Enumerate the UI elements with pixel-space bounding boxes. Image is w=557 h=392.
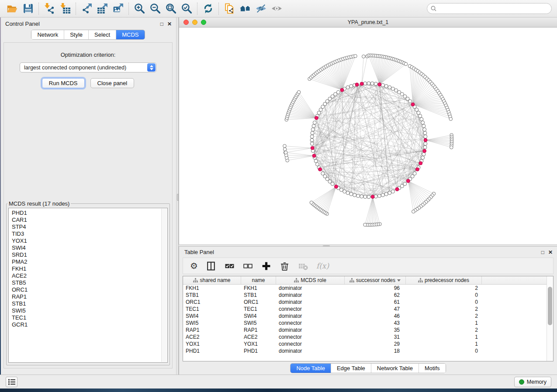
mcds-result-item[interactable]: SRD1 bbox=[12, 251, 167, 258]
network-canvas[interactable] bbox=[179, 28, 557, 244]
save-icon[interactable] bbox=[20, 2, 36, 15]
zoom-in-icon[interactable] bbox=[131, 2, 147, 15]
column-header-shared-name[interactable]: shared name bbox=[183, 276, 241, 284]
column-header-MCDS-role[interactable]: MCDS role bbox=[276, 276, 345, 284]
refresh-icon[interactable] bbox=[200, 2, 216, 15]
column-header-successor-nodes[interactable]: successor nodes bbox=[345, 276, 406, 284]
tab-motifs[interactable]: Motifs bbox=[419, 364, 446, 373]
mcds-result-item[interactable]: STB1 bbox=[12, 300, 167, 307]
delete-column-icon[interactable] bbox=[280, 259, 290, 272]
tab-network-table[interactable]: Network Table bbox=[371, 364, 419, 373]
mcds-result-item[interactable]: STB5 bbox=[12, 279, 167, 286]
open-icon[interactable] bbox=[4, 2, 20, 15]
tab-network[interactable]: Network bbox=[31, 30, 64, 39]
mcds-result-item[interactable]: STP4 bbox=[12, 224, 167, 230]
table-cell: 2 bbox=[406, 306, 482, 313]
add-column-icon[interactable] bbox=[261, 259, 271, 272]
close-window-icon[interactable] bbox=[183, 20, 189, 25]
first-neighbors-icon[interactable] bbox=[237, 2, 253, 15]
table-row[interactable]: TEC1TEC1connector472 bbox=[183, 306, 553, 313]
mcds-result-item[interactable]: SWI4 bbox=[12, 244, 167, 251]
table-cell: dominator bbox=[276, 285, 345, 292]
column-header-name[interactable]: name bbox=[241, 276, 276, 284]
memory-label: Memory bbox=[527, 379, 547, 385]
mcds-result-item[interactable]: YOX1 bbox=[12, 237, 167, 244]
mcds-result-item[interactable]: TID3 bbox=[12, 230, 167, 237]
run-mcds-button[interactable]: Run MCDS bbox=[42, 78, 85, 88]
table-row[interactable]: STB1STB1dominator620 bbox=[183, 292, 553, 299]
float-panel-icon[interactable]: □ bbox=[160, 21, 163, 27]
table-cell: connector bbox=[276, 340, 345, 347]
column-chooser-icon[interactable] bbox=[206, 259, 216, 272]
export-network-icon[interactable] bbox=[79, 2, 94, 15]
mcds-result-item[interactable]: CAR1 bbox=[12, 217, 167, 224]
horizontal-splitter[interactable] bbox=[179, 244, 557, 247]
minimize-window-icon[interactable] bbox=[192, 20, 197, 25]
export-table-icon[interactable] bbox=[94, 2, 110, 15]
mcds-result-item[interactable]: RAP1 bbox=[12, 293, 167, 300]
mcds-result-item[interactable]: TEC1 bbox=[12, 314, 167, 321]
optimization-criterion-label: Optimization criterion: bbox=[4, 52, 172, 58]
tab-style[interactable]: Style bbox=[64, 30, 88, 39]
select-all-icon[interactable] bbox=[225, 259, 235, 272]
table-row[interactable]: ORC1ORC1dominator610 bbox=[183, 299, 553, 306]
zoom-out-icon[interactable] bbox=[147, 2, 163, 15]
tab-node-table[interactable]: Node Table bbox=[291, 364, 331, 373]
mcds-scrollbar[interactable] bbox=[161, 209, 167, 362]
table-row[interactable]: PHD1PHD1dominator180 bbox=[183, 347, 553, 354]
mcds-result-item[interactable]: PMA2 bbox=[12, 258, 167, 265]
clone-network-icon[interactable] bbox=[221, 2, 237, 15]
mcds-result-item[interactable]: FKH1 bbox=[12, 265, 167, 272]
table-row[interactable]: ACE2ACE2connector311 bbox=[183, 334, 553, 340]
maximize-window-icon[interactable] bbox=[201, 20, 206, 25]
mcds-tab-content: Optimization criterion: largest connecte… bbox=[3, 42, 173, 368]
tab-select[interactable]: Select bbox=[88, 30, 116, 39]
column-header-predecessor-nodes[interactable]: predecessor nodes bbox=[406, 276, 482, 284]
control-panel: Control Panel □ ✕ NetworkStyleSelectMCDS… bbox=[0, 17, 176, 375]
show-all-icon[interactable] bbox=[269, 2, 284, 15]
deselect-all-icon[interactable] bbox=[243, 259, 253, 272]
tab-mcds[interactable]: MCDS bbox=[116, 30, 144, 39]
close-panel-button[interactable]: Close panel bbox=[90, 78, 135, 88]
toolbar-separator bbox=[218, 3, 219, 15]
network-graph[interactable] bbox=[179, 28, 557, 244]
mcds-result-item[interactable]: ACE2 bbox=[12, 272, 167, 279]
tab-edge-table[interactable]: Edge Table bbox=[331, 364, 371, 373]
table-cell: 2 bbox=[406, 327, 482, 334]
import-network-icon[interactable] bbox=[42, 2, 57, 15]
export-image-icon[interactable] bbox=[110, 2, 126, 15]
memory-button[interactable]: Memory bbox=[514, 377, 551, 387]
mcds-result-listbox: PHD1CAR1STP4TID3YOX1SWI4SRD1PMA2FKH1ACE2… bbox=[8, 208, 168, 363]
mcds-result-item[interactable]: ORC1 bbox=[12, 286, 167, 293]
close-panel-icon[interactable]: ✕ bbox=[167, 21, 172, 27]
table-cell: ORC1 bbox=[241, 299, 276, 306]
close-table-panel-icon[interactable]: ✕ bbox=[548, 250, 553, 255]
table-row[interactable]: SWI5SWI5connector431 bbox=[183, 320, 553, 327]
column-type-icon bbox=[294, 278, 299, 282]
hide-selected-icon[interactable] bbox=[253, 2, 269, 15]
zoom-fit-icon[interactable] bbox=[163, 2, 179, 15]
gear-icon[interactable]: ⚙ bbox=[190, 259, 198, 272]
toolbar-separator bbox=[128, 3, 129, 15]
table-cell: ACE2 bbox=[241, 334, 276, 340]
task-history-button[interactable] bbox=[6, 377, 17, 387]
table-cell: RAP1 bbox=[183, 327, 241, 334]
search-input[interactable] bbox=[427, 3, 552, 14]
table-row[interactable]: FKH1FKH1dominator962 bbox=[183, 285, 553, 292]
table-cell: TEC1 bbox=[183, 306, 241, 313]
zoom-selected-icon[interactable] bbox=[179, 2, 194, 15]
table-row[interactable]: YOX1YOX1connector291 bbox=[183, 340, 553, 347]
mcds-result-item[interactable]: SWI5 bbox=[12, 307, 167, 314]
network-titlebar[interactable]: YPA_prune.txt_1 bbox=[179, 17, 557, 28]
vertical-splitter[interactable] bbox=[176, 17, 179, 375]
float-table-panel-icon[interactable]: □ bbox=[541, 250, 544, 255]
table-row[interactable]: RAP1RAP1dominator352 bbox=[183, 327, 553, 334]
criterion-dropdown[interactable]: largest connected component (undirected) bbox=[20, 62, 156, 72]
table-cell: 2 bbox=[406, 285, 482, 292]
table-row[interactable]: SWI4SWI4dominator462 bbox=[183, 313, 553, 320]
table-cell: ORC1 bbox=[183, 299, 241, 306]
mcds-result-item[interactable]: PHD1 bbox=[12, 210, 167, 217]
import-table-icon[interactable] bbox=[57, 2, 73, 15]
table-scrollbar[interactable] bbox=[547, 276, 553, 361]
mcds-result-item[interactable]: GCR1 bbox=[12, 321, 167, 328]
